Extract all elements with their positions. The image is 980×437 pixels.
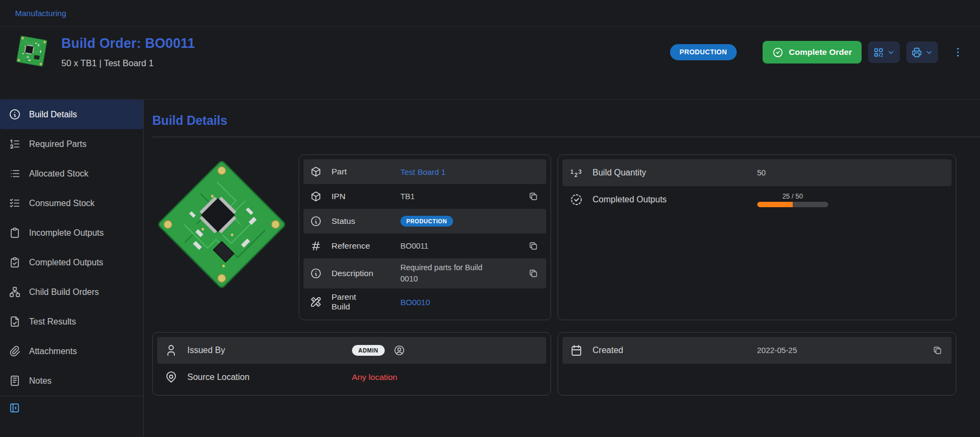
- created-table: Created 2022-05-25: [558, 332, 956, 396]
- row-label: Source Location: [187, 372, 352, 382]
- row-label: Issued By: [187, 346, 352, 355]
- sidebar-item-label: Test Results: [29, 317, 76, 327]
- qrcode-icon: [873, 47, 884, 58]
- numbers-123-icon: [570, 166, 583, 179]
- calendar-icon: [570, 344, 583, 357]
- title-block: Build Order: BO0011 50 x TB1 | Test Boar…: [61, 36, 195, 68]
- row-label: Completed Outputs: [593, 195, 757, 205]
- table-row-description: Description Required parts for Build 001…: [304, 258, 546, 288]
- row-label: Reference: [332, 241, 400, 251]
- copy-reference-button[interactable]: [527, 239, 540, 252]
- sidebar-item-allocated-stock[interactable]: Allocated Stock: [0, 159, 143, 188]
- sidebar: Build Details Required Parts Allocated S…: [0, 100, 144, 437]
- details-cell: Part Test Board 1 IPN TB1 Status: [152, 154, 551, 320]
- progress-label: 25 / 50: [782, 193, 803, 200]
- header-actions: PRODUCTION Complete Order: [670, 41, 966, 64]
- table-row-reference: Reference BO0011: [304, 234, 546, 258]
- part-image[interactable]: [155, 158, 288, 291]
- clipboard-icon: [9, 227, 21, 239]
- chevron-down-icon: [887, 48, 895, 57]
- copy-description-button[interactable]: [527, 267, 540, 280]
- status-badge: PRODUCTION: [670, 44, 737, 60]
- part-image-column: [152, 154, 291, 320]
- source-location-value: Any location: [352, 372, 397, 382]
- breadcrumb-link-manufacturing[interactable]: Manufacturing: [15, 9, 66, 18]
- tools-icon: [310, 296, 322, 308]
- paperclip-icon: [9, 345, 21, 357]
- sidebar-item-label: Attachments: [29, 347, 77, 356]
- test-report-icon: [9, 315, 21, 328]
- sidebar-item-label: Build Details: [29, 110, 77, 119]
- package-icon: [310, 191, 322, 202]
- issue-table: Issued By ADMIN Source Location Any loca…: [152, 332, 551, 396]
- info-circle-icon: [9, 108, 21, 121]
- sidebar-items: Build Details Required Parts Allocated S…: [0, 100, 143, 396]
- sidebar-item-label: Notes: [29, 376, 52, 386]
- description-value: Required parts for Build 0010: [400, 262, 498, 285]
- table-row-ipn: IPN TB1: [304, 184, 546, 209]
- sidebar-item-label: Child Build Orders: [29, 287, 99, 297]
- notes-icon: [9, 375, 21, 387]
- ipn-value: TB1: [400, 192, 527, 201]
- sidebar-footer: [0, 396, 143, 416]
- table-row-created: Created 2022-05-25: [562, 337, 951, 364]
- sidebar-collapse-button[interactable]: [8, 401, 22, 415]
- user-circle-icon: [393, 344, 405, 356]
- table-row-issued-by: Issued By ADMIN: [157, 337, 546, 364]
- page-title: Build Order: BO0011: [61, 36, 195, 51]
- table-row-source-location: Source Location Any location: [157, 364, 546, 391]
- row-label: Description: [332, 269, 400, 278]
- created-value: 2022-05-25: [757, 346, 797, 355]
- reference-value: BO0011: [400, 242, 527, 250]
- row-label: Parent Build: [332, 292, 400, 312]
- content: Build Details Required Parts Allocated S…: [0, 100, 980, 437]
- map-pin-icon: [165, 371, 178, 384]
- details-grid: Part Test Board 1 IPN TB1 Status: [152, 154, 956, 396]
- sidebar-item-label: Completed Outputs: [29, 258, 103, 267]
- complete-order-label: Complete Order: [789, 47, 852, 57]
- sidebar-item-label: Consumed Stock: [29, 199, 95, 208]
- status-badge-small: PRODUCTION: [400, 216, 453, 227]
- section-heading: Build Details: [152, 114, 956, 128]
- more-actions-button[interactable]: [950, 44, 966, 60]
- list-icon: [9, 167, 21, 180]
- build-quantity-table: Build Quantity 50 Completed Outputs 25 /…: [558, 154, 956, 320]
- sidebar-item-incomplete-outputs[interactable]: Incomplete Outputs: [0, 218, 143, 248]
- printer-icon: [911, 47, 922, 58]
- sidebar-item-test-results[interactable]: Test Results: [0, 307, 143, 336]
- part-thumbnail[interactable]: [15, 36, 48, 67]
- progress-check-icon: [570, 193, 583, 206]
- row-label: Created: [593, 346, 757, 355]
- dots-vertical-icon: [952, 46, 964, 58]
- sidebar-item-consumed-stock[interactable]: Consumed Stock: [0, 188, 143, 218]
- copy-ipn-button[interactable]: [527, 190, 540, 203]
- complete-order-button[interactable]: Complete Order: [763, 41, 862, 64]
- sidebar-item-required-parts[interactable]: Required Parts: [0, 129, 143, 159]
- user-icon: [165, 344, 178, 357]
- copy-icon: [933, 346, 942, 355]
- hash-icon: [310, 240, 322, 252]
- row-label: Build Quantity: [593, 168, 757, 178]
- sidebar-item-completed-outputs[interactable]: Completed Outputs: [0, 248, 143, 277]
- sidebar-item-build-details[interactable]: Build Details: [0, 100, 143, 129]
- sidebar-item-child-build-orders[interactable]: Child Build Orders: [0, 277, 143, 307]
- clipboard-check-icon: [9, 256, 21, 269]
- sidebar-collapse-icon: [9, 402, 20, 414]
- list-check-icon: [9, 197, 21, 209]
- table-row-status: Status PRODUCTION: [304, 209, 546, 234]
- sidebar-item-notes[interactable]: Notes: [0, 366, 143, 396]
- parent-build-link[interactable]: BO0010: [400, 298, 540, 307]
- copy-icon: [528, 241, 538, 251]
- barcode-actions-button[interactable]: [868, 41, 900, 63]
- print-actions-button[interactable]: [906, 41, 938, 63]
- table-row-part: Part Test Board 1: [304, 159, 546, 184]
- row-label: IPN: [332, 192, 400, 201]
- sidebar-item-attachments[interactable]: Attachments: [0, 336, 143, 366]
- info-circle-icon: [310, 215, 322, 227]
- main-panel: Build Details Part Test Board 1: [144, 100, 980, 437]
- app-root: Manufacturing Build Order: BO0011 50 x T…: [0, 0, 980, 437]
- info-circle-icon: [310, 267, 322, 279]
- copy-created-button[interactable]: [931, 344, 944, 357]
- table-row-parent-build: Parent Build BO0010: [304, 288, 546, 315]
- part-link[interactable]: Test Board 1: [400, 167, 540, 177]
